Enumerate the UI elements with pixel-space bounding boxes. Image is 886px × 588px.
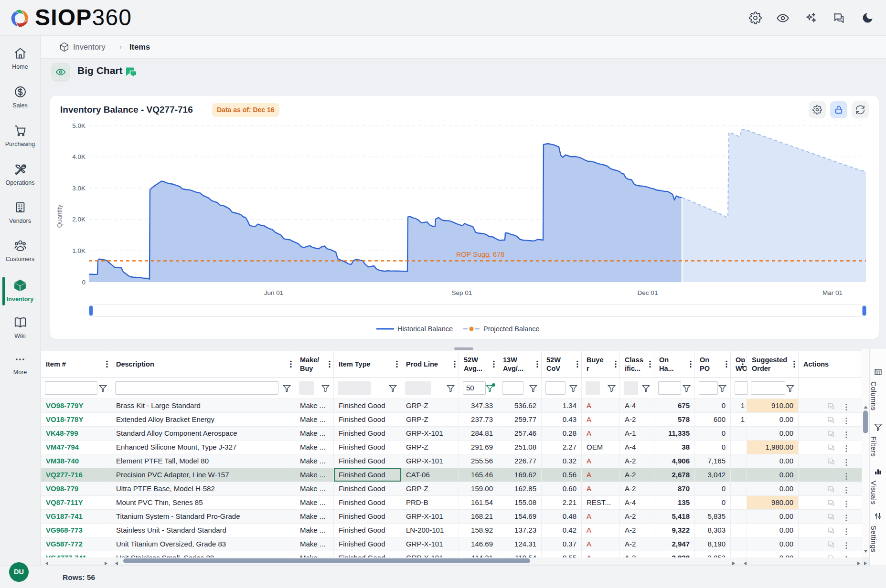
svg-text:3.0K: 3.0K	[72, 185, 85, 192]
svg-text:Jun 01: Jun 01	[264, 289, 284, 296]
svg-text:ROP Sugg. 678: ROP Sugg. 678	[456, 251, 504, 258]
svg-text:5.0K: 5.0K	[72, 122, 85, 129]
svg-text:Projected Balance: Projected Balance	[483, 325, 540, 333]
svg-text:Historical Balance: Historical Balance	[397, 325, 453, 333]
svg-text:2.0K: 2.0K	[72, 216, 85, 223]
svg-text:Quantity: Quantity	[56, 204, 63, 228]
svg-text:Sep 01: Sep 01	[452, 289, 472, 296]
svg-text:Mar 01: Mar 01	[822, 289, 843, 296]
svg-text:4.0K: 4.0K	[72, 153, 85, 160]
svg-text:Dec 01: Dec 01	[638, 289, 658, 296]
svg-text:1.0K: 1.0K	[72, 247, 85, 254]
svg-text:0: 0	[82, 279, 85, 286]
